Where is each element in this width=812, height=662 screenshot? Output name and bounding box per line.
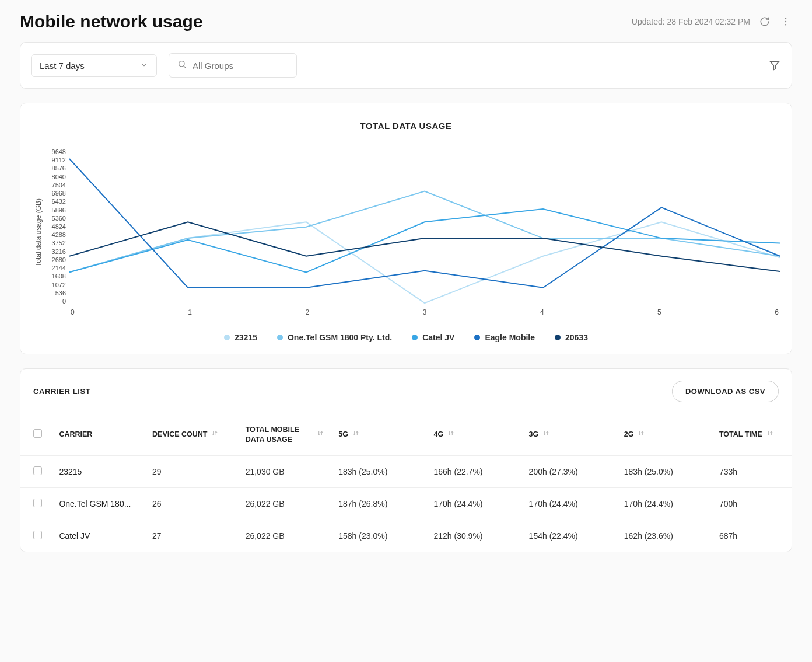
table-row[interactable]: 232152921,030 GB183h (25.0%)166h (22.7%)… [20, 455, 792, 487]
sort-icon [211, 429, 219, 440]
y-tick: 6432 [45, 198, 66, 205]
carrier-list-title: CARRIER LIST [33, 387, 90, 396]
filter-icon[interactable] [768, 59, 781, 72]
col-3g[interactable]: 3G [522, 414, 617, 456]
x-tick: 2 [305, 308, 309, 316]
search-icon [177, 60, 187, 71]
chevron-down-icon [140, 61, 148, 71]
cell-5g: 183h (25.0%) [331, 455, 426, 487]
series-line [69, 222, 780, 303]
download-csv-button[interactable]: DOWNLOAD AS CSV [672, 381, 779, 402]
x-tick: 0 [71, 308, 75, 316]
cell-device-count: 27 [145, 520, 239, 552]
cell-2g: 170h (24.4%) [617, 487, 712, 520]
legend-label: 23215 [235, 333, 257, 342]
svg-point-3 [179, 61, 184, 67]
legend-item[interactable]: One.Tel GSM 1800 Pty. Ltd. [277, 333, 392, 342]
y-tick: 9112 [45, 156, 66, 163]
legend-swatch [277, 335, 283, 340]
cell-5g: 187h (26.8%) [331, 487, 426, 520]
legend-label: Catel JV [422, 333, 454, 342]
row-checkbox[interactable] [33, 531, 42, 539]
cell-total-usage: 21,030 GB [239, 455, 332, 487]
y-tick: 0 [45, 298, 66, 305]
cell-carrier: Catel JV [52, 520, 145, 552]
svg-point-2 [785, 24, 786, 25]
y-tick: 2144 [45, 264, 66, 271]
y-tick: 2680 [45, 256, 66, 263]
cell-total-time: 733h [712, 455, 792, 487]
col-carrier[interactable]: CARRIER [52, 414, 145, 456]
sort-icon [637, 429, 645, 440]
more-icon[interactable] [779, 15, 792, 28]
svg-point-1 [785, 21, 786, 22]
chart-title: TOTAL DATA USAGE [32, 121, 780, 131]
x-tick: 5 [657, 308, 662, 316]
y-tick: 4824 [45, 223, 66, 230]
table-row[interactable]: Catel JV2726,022 GB158h (23.0%)212h (30.… [20, 520, 792, 552]
chart-card: TOTAL DATA USAGE Total data usage (GB) 9… [20, 103, 792, 354]
sort-icon [766, 429, 774, 440]
legend-item[interactable]: 20633 [555, 333, 588, 342]
y-tick: 3752 [45, 239, 66, 246]
series-line [69, 209, 780, 272]
date-range-select[interactable]: Last 7 days [31, 54, 157, 77]
cell-total-usage: 26,022 GB [239, 487, 332, 520]
svg-point-0 [785, 18, 786, 19]
x-tick: 4 [540, 308, 544, 316]
cell-3g: 200h (27.3%) [522, 455, 617, 487]
legend-swatch [224, 335, 230, 340]
col-4g[interactable]: 4G [426, 414, 522, 456]
row-checkbox[interactable] [33, 466, 42, 475]
legend-item[interactable]: Catel JV [412, 333, 454, 342]
col-5g[interactable]: 5G [331, 414, 426, 456]
cell-2g: 162h (23.6%) [617, 520, 712, 552]
series-line [69, 159, 780, 288]
cell-device-count: 29 [145, 455, 239, 487]
y-axis-label: Total data usage (GB) [32, 198, 45, 267]
cell-4g: 212h (30.9%) [426, 520, 522, 552]
chart-legend: 23215One.Tel GSM 1800 Pty. Ltd.Catel JVE… [32, 333, 780, 342]
y-ticks: 9648911285768040750469686432589653604824… [45, 148, 69, 305]
y-tick: 8576 [45, 165, 66, 172]
carrier-list-card: CARRIER LIST DOWNLOAD AS CSV CARRIER DEV… [20, 368, 792, 552]
legend-swatch [474, 335, 480, 340]
y-tick: 3216 [45, 248, 66, 255]
col-total-time[interactable]: TOTAL TIME [712, 414, 792, 456]
col-total-usage[interactable]: TOTAL MOBILE DATA USAGE [239, 414, 332, 456]
cell-device-count: 26 [145, 487, 239, 520]
y-tick: 5896 [45, 207, 66, 214]
group-search-input[interactable] [192, 61, 288, 71]
col-device-count[interactable]: DEVICE COUNT [145, 414, 239, 456]
legend-swatch [555, 335, 561, 340]
col-2g[interactable]: 2G [617, 414, 712, 456]
cell-4g: 170h (24.4%) [426, 487, 522, 520]
series-line [69, 191, 780, 273]
y-tick: 6968 [45, 190, 66, 197]
refresh-icon[interactable] [758, 15, 771, 28]
legend-label: 20633 [565, 333, 588, 342]
legend-item[interactable]: 23215 [224, 333, 257, 342]
y-tick: 1072 [45, 281, 66, 288]
y-tick: 9648 [45, 148, 66, 155]
series-line [69, 222, 780, 271]
table-row[interactable]: One.Tel GSM 180...2626,022 GB187h (26.8%… [20, 487, 792, 520]
legend-item[interactable]: Eagle Mobile [474, 333, 535, 342]
select-all-checkbox[interactable] [33, 429, 42, 438]
cell-3g: 170h (24.4%) [522, 487, 617, 520]
y-tick: 4288 [45, 231, 66, 238]
cell-carrier: 23215 [52, 455, 145, 487]
cell-total-time: 700h [712, 487, 792, 520]
y-tick: 8040 [45, 173, 66, 180]
date-range-value: Last 7 days [40, 61, 85, 71]
sort-icon [352, 429, 360, 440]
group-search[interactable] [169, 53, 297, 78]
y-tick: 536 [45, 290, 66, 297]
y-tick: 1608 [45, 273, 66, 280]
cell-total-usage: 26,022 GB [239, 520, 332, 552]
row-checkbox[interactable] [33, 499, 42, 507]
page-title: Mobile network usage [20, 12, 202, 32]
y-tick: 5360 [45, 215, 66, 222]
y-tick: 7504 [45, 182, 66, 189]
x-tick: 3 [423, 308, 427, 316]
